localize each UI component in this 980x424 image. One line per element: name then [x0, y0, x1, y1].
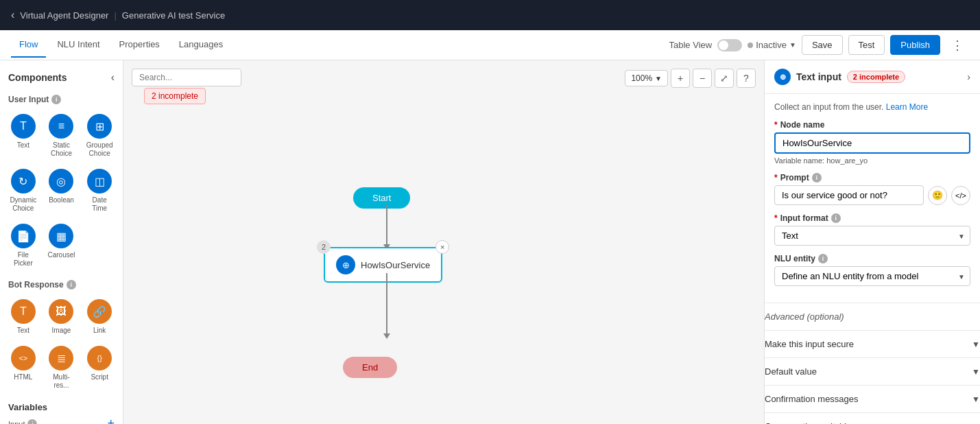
component-text-resp[interactable]: T Text: [5, 295, 41, 339]
tab-nlu-intent[interactable]: NLU Intent: [49, 32, 108, 58]
prompt-required-star: *: [774, 173, 778, 182]
component-html[interactable]: <> HTML: [5, 342, 41, 394]
component-image[interactable]: 🖼 Image: [44, 295, 80, 339]
prompt-code-button[interactable]: </>: [951, 186, 970, 205]
boolean-label: Boolean: [49, 196, 74, 204]
html-label: HTML: [14, 373, 32, 381]
component-multi-res[interactable]: ≣ Multi-res...: [44, 342, 80, 394]
component-script[interactable]: {} Script: [82, 342, 117, 394]
connector-mid: [386, 273, 387, 335]
component-file-picker[interactable]: 📄 File Picker: [5, 220, 41, 272]
main-layout: Components ‹ User Input i T Text ≡ Stati…: [0, 60, 980, 424]
add-input-button[interactable]: +: [107, 416, 115, 424]
component-date-time[interactable]: ◫ Date Time: [82, 165, 117, 217]
right-panel-body: Collect an input from the user. Learn Mo…: [765, 94, 980, 303]
script-icon: {}: [87, 346, 112, 370]
confirmation-messages-row[interactable]: Confirmation messages ▼: [764, 385, 980, 412]
learn-more-link[interactable]: Learn More: [886, 102, 928, 112]
navbar: Flow NLU Intent Properties Languages Tab…: [0, 30, 980, 60]
collapse-panel-button[interactable]: ‹: [111, 71, 115, 84]
prompt-input[interactable]: [774, 185, 924, 205]
main-node-wrapper: 2 ⊕ HowIsOurService ×: [324, 247, 442, 283]
right-panel-collapse-button[interactable]: ›: [967, 71, 970, 82]
user-input-section-label: User Input i: [0, 89, 123, 107]
right-panel: ⊕ Text input 2 incomplete › Collect an i…: [764, 60, 980, 424]
input-format-required-star: *: [774, 213, 778, 223]
default-value-row[interactable]: Default value ▼: [764, 357, 980, 385]
input-info-icon[interactable]: i: [27, 419, 37, 425]
connector-top: [386, 204, 387, 246]
conversation-switching-chevron-icon: ▼: [972, 422, 980, 425]
topbar-divider: |: [114, 10, 116, 21]
main-node-icon: ⊕: [336, 255, 355, 274]
variables-header: Variables: [8, 402, 115, 412]
input-format-select[interactable]: Text Number Email Phone: [774, 226, 970, 246]
more-options-button[interactable]: ⋮: [946, 35, 969, 56]
status-dot-icon: [748, 43, 753, 48]
input-subsection: Input i +: [8, 416, 115, 424]
make-secure-chevron-icon: ▼: [972, 340, 980, 349]
default-value-chevron-icon: ▼: [972, 367, 980, 377]
component-link[interactable]: 🔗 Link: [82, 295, 117, 339]
advanced-header: Advanced (optional): [764, 303, 980, 330]
node-name-input[interactable]: [774, 132, 970, 154]
conversation-switching-row[interactable]: Conversation switching ▼: [764, 412, 980, 424]
start-node[interactable]: Start: [353, 187, 410, 209]
text-resp-label: Text: [17, 327, 29, 335]
make-secure-row[interactable]: Make this input secure ▼: [764, 330, 980, 357]
right-panel-title-text: Text input: [796, 71, 841, 82]
nlu-entity-info-icon[interactable]: i: [818, 254, 828, 263]
component-grouped-choice[interactable]: ⊞ Grouped Choice: [82, 110, 117, 162]
confirmation-messages-chevron-icon: ▼: [972, 394, 980, 404]
boolean-icon: ◎: [49, 169, 73, 193]
tab-properties[interactable]: Properties: [111, 32, 168, 58]
left-panel: Components ‹ User Input i T Text ≡ Stati…: [0, 60, 123, 424]
text-component-icon: T: [11, 114, 36, 139]
tab-languages[interactable]: Languages: [171, 32, 231, 58]
test-button[interactable]: Test: [848, 35, 885, 55]
back-arrow-icon[interactable]: ‹: [11, 9, 14, 21]
main-node[interactable]: ⊕ HowIsOurService: [324, 247, 442, 283]
prompt-info-icon[interactable]: i: [812, 173, 822, 182]
component-boolean[interactable]: ◎ Boolean: [44, 165, 80, 217]
carousel-label: Carousel: [47, 251, 75, 259]
service-name: Generative AI test Service: [122, 10, 225, 21]
carousel-icon: ▦: [49, 224, 73, 248]
save-button[interactable]: Save: [802, 35, 843, 55]
main-node-close-button[interactable]: ×: [435, 240, 449, 254]
confirmation-messages-label: Confirmation messages: [765, 394, 859, 404]
dynamic-choice-icon: ↻: [11, 169, 36, 193]
static-choice-label: Static Choice: [47, 141, 77, 158]
tab-flow[interactable]: Flow: [11, 32, 46, 58]
component-text[interactable]: T Text: [5, 110, 41, 162]
table-view-toggle[interactable]: [717, 39, 742, 51]
prompt-row: 🙂 </>: [774, 185, 970, 205]
script-label: Script: [91, 373, 108, 381]
status-dropdown-icon[interactable]: ▼: [789, 41, 796, 49]
main-node-label: HowIsOurService: [361, 260, 430, 270]
link-icon: 🔗: [87, 299, 112, 324]
dynamic-choice-label: Dynamic Choice: [8, 196, 38, 213]
bot-response-info-icon[interactable]: i: [67, 280, 76, 290]
input-format-info-icon[interactable]: i: [831, 213, 841, 223]
html-icon: <>: [11, 346, 36, 370]
multi-res-icon: ≣: [49, 346, 73, 370]
nlu-entity-select[interactable]: Define an NLU entity from a model: [774, 266, 970, 286]
text-component-label: Text: [17, 141, 29, 150]
component-carousel[interactable]: ▦ Carousel: [44, 220, 80, 272]
component-static-choice[interactable]: ≡ Static Choice: [44, 110, 80, 162]
navbar-right: Table View Inactive ▼ Save Test Publish …: [669, 35, 969, 56]
nlu-entity-select-wrapper: Define an NLU entity from a model: [774, 266, 970, 286]
publish-button[interactable]: Publish: [890, 35, 940, 55]
file-picker-icon: 📄: [11, 224, 36, 248]
node-name-label: * Node name: [774, 120, 970, 130]
app-name: Virtual Agent Designer: [20, 10, 108, 21]
prompt-label: * Prompt i: [774, 173, 970, 182]
prompt-emoji-button[interactable]: 🙂: [928, 186, 947, 205]
component-dynamic-choice[interactable]: ↻ Dynamic Choice: [5, 165, 41, 217]
user-input-info-icon[interactable]: i: [51, 95, 61, 104]
right-panel-header: ⊕ Text input 2 incomplete ›: [765, 60, 980, 94]
date-time-label: Date Time: [84, 196, 115, 213]
incomplete-badge: 2 incomplete: [144, 88, 206, 104]
variables-title: Variables: [8, 402, 47, 412]
